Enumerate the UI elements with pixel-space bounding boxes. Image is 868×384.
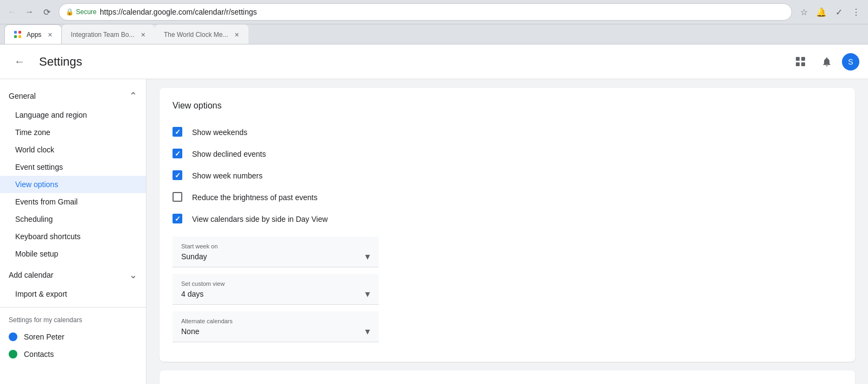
sidebar-item-importexport-label: Import & export <box>15 290 67 298</box>
sidebar-item-language-label: Language and region <box>15 111 87 119</box>
sidebar: General ⌃ Language and region Time zone … <box>0 79 146 384</box>
sidebar-item-mobile[interactable]: Mobile setup <box>0 245 146 263</box>
sidebar-item-eventsgmail[interactable]: Events from Gmail <box>0 193 146 210</box>
sidebar-item-importexport[interactable]: Import & export <box>0 285 146 303</box>
secure-indicator: 🔒 Secure <box>66 8 97 16</box>
sidebar-item-viewoptions-label: View options <box>15 180 58 189</box>
lock-icon: 🔒 <box>66 8 74 16</box>
alternate-calendars-value: None <box>181 327 199 336</box>
sidebar-calendar-contacts-label: Contacts <box>24 350 54 359</box>
tab-apps-close[interactable]: × <box>48 31 52 39</box>
apps-grid-icon <box>795 56 806 67</box>
apps-grid-button[interactable] <box>790 51 812 73</box>
header-actions: S <box>790 51 859 73</box>
tab-bar: Apps × Integration Team Bo... × The Worl… <box>0 24 868 44</box>
favicon-dot-2 <box>18 31 21 34</box>
sidebar-addcalendar-label: Add calendar <box>9 271 54 279</box>
page-title: Settings <box>39 55 82 69</box>
custom-view-dropdown-label: Set custom view <box>181 280 370 287</box>
sidebar-general-header[interactable]: General ⌃ <box>0 86 146 106</box>
show-declined-label: Show declined events <box>192 150 266 158</box>
chevron-up-icon: ⌃ <box>129 90 137 102</box>
custom-view-value: 4 days <box>181 290 203 298</box>
tab-worldclock-close[interactable]: × <box>234 31 239 39</box>
back-nav-button[interactable]: ← <box>4 4 20 20</box>
side-by-side-checkbox-wrapper: ✓ <box>173 214 183 225</box>
favicon-dot-1 <box>14 31 17 34</box>
sidebar-item-scheduling[interactable]: Scheduling <box>0 210 146 228</box>
sidebar-item-timezone-label: Time zone <box>15 128 50 137</box>
show-week-numbers-label: Show week numbers <box>192 171 263 180</box>
secure-label: Secure <box>76 8 97 16</box>
custom-view-dropdown[interactable]: Set custom view 4 days ▾ <box>173 274 379 305</box>
alternate-calendars-dropdown[interactable]: Alternate calendars None ▾ <box>173 311 379 342</box>
checkbox-row-show-weekends: ✓ Show weekends <box>173 121 842 143</box>
extension-button-2[interactable]: ✓ <box>831 4 846 20</box>
sidebar-item-worldclock-label: World clock <box>15 145 54 154</box>
sidebar-item-language[interactable]: Language and region <box>0 106 146 124</box>
extension-button-1[interactable]: 🔔 <box>814 4 829 20</box>
sidebar-item-worldclock[interactable]: World clock <box>0 141 146 158</box>
url-text: https://calendar.google.com/calendar/r/s… <box>100 8 785 16</box>
calendar-soren-dot <box>9 332 17 341</box>
show-weekends-label: Show weekends <box>192 128 247 137</box>
tab-integration[interactable]: Integration Team Bo... × <box>62 24 155 44</box>
favicon-dot-3 <box>14 35 17 38</box>
sidebar-item-scheduling-label: Scheduling <box>15 215 53 223</box>
start-week-value-row: Sunday ▾ <box>181 251 370 263</box>
forward-nav-button[interactable]: → <box>22 4 37 20</box>
tab-apps[interactable]: Apps × <box>4 24 62 44</box>
svg-rect-0 <box>796 57 800 61</box>
bell-icon <box>821 56 832 67</box>
sidebar-addcalendar-header[interactable]: Add calendar ⌄ <box>0 265 146 285</box>
back-button[interactable]: ← <box>9 51 30 73</box>
tab-worldclock[interactable]: The World Clock Me... × <box>155 24 248 44</box>
checkbox-row-show-declined: ✓ Show declined events <box>173 143 842 165</box>
menu-button[interactable]: ⋮ <box>848 4 864 20</box>
tab-worldclock-label: The World Clock Me... <box>164 31 228 39</box>
avatar[interactable]: S <box>842 53 859 71</box>
sidebar-item-eventsgmail-label: Events from Gmail <box>15 197 78 206</box>
alternate-calendars-dropdown-label: Alternate calendars <box>181 318 370 324</box>
start-week-arrow-icon: ▾ <box>365 251 370 263</box>
sidebar-general-section: General ⌃ Language and region Time zone … <box>0 86 146 263</box>
sidebar-calendar-soren[interactable]: Soren Peter <box>0 328 146 345</box>
checkbox-row-reduce-brightness: Reduce the brightness of past events <box>173 187 842 208</box>
sidebar-item-keyboard[interactable]: Keyboard shortcuts <box>0 228 146 245</box>
favicon-dot-4 <box>18 35 21 38</box>
view-options-title: View options <box>173 101 842 111</box>
start-week-value: Sunday <box>181 252 207 261</box>
tab-integration-label: Integration Team Bo... <box>71 31 135 39</box>
reduce-brightness-label: Reduce the brightness of past events <box>192 193 317 202</box>
notifications-button[interactable] <box>816 51 838 73</box>
address-bar[interactable]: 🔒 Secure https://calendar.google.com/cal… <box>59 3 792 21</box>
sidebar-item-keyboard-label: Keyboard shortcuts <box>15 232 81 241</box>
reload-button[interactable]: ⟳ <box>39 4 54 20</box>
tab-apps-label: Apps <box>27 31 41 39</box>
sidebar-item-viewoptions[interactable]: View options <box>0 176 146 193</box>
alternate-calendars-value-row: None ▾ <box>181 325 370 337</box>
sidebar-item-timezone[interactable]: Time zone <box>0 124 146 141</box>
custom-view-dropdown-row: Set custom view 4 days ▾ <box>173 274 842 305</box>
browser-actions: ☆ 🔔 ✓ ⋮ <box>796 4 864 20</box>
view-options-card: View options ✓ Show weekends <box>159 88 855 362</box>
sidebar-item-eventsettings[interactable]: Event settings <box>0 158 146 176</box>
events-gmail-card: Events from Gmail <box>159 370 855 384</box>
start-week-dropdown[interactable]: Start week on Sunday ▾ <box>173 236 379 267</box>
custom-view-value-row: 4 days ▾ <box>181 288 370 300</box>
apps-grid-icon <box>14 31 22 39</box>
show-week-numbers-checkbox-wrapper: ✓ <box>173 170 183 181</box>
my-calendars-section-label: Settings for my calendars <box>0 312 146 328</box>
content-area: View options ✓ Show weekends <box>146 79 868 384</box>
sidebar-item-eventsettings-label: Event settings <box>15 163 63 171</box>
sidebar-divider <box>0 307 146 308</box>
show-weekends-checkbox-wrapper: ✓ <box>173 127 183 138</box>
show-declined-checkbox-wrapper: ✓ <box>173 149 183 159</box>
bookmark-button[interactable]: ☆ <box>796 4 812 20</box>
alternate-calendars-arrow-icon: ▾ <box>365 325 370 337</box>
alternate-calendars-dropdown-row: Alternate calendars None ▾ <box>173 311 842 342</box>
app-header: ← Settings S <box>0 44 868 79</box>
sidebar-calendar-contacts[interactable]: Contacts <box>0 345 146 363</box>
app-layout: ← Settings S Ge <box>0 44 868 384</box>
tab-integration-close[interactable]: × <box>141 31 145 39</box>
